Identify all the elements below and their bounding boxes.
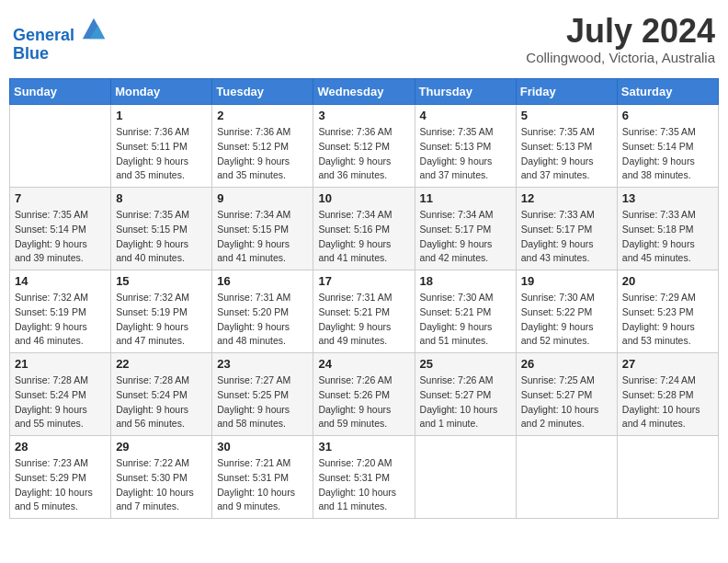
day-info: Sunrise: 7:35 AMSunset: 5:13 PMDaylight:… [521, 125, 612, 183]
day-cell: 3Sunrise: 7:36 AMSunset: 5:12 PMDaylight… [313, 105, 415, 188]
day-number: 27 [622, 357, 713, 371]
day-info: Sunrise: 7:36 AMSunset: 5:12 PMDaylight:… [318, 125, 409, 183]
page-header: General Blue July 2024 Collingwood, Vict… [9, 9, 719, 71]
day-info: Sunrise: 7:20 AMSunset: 5:31 PMDaylight:… [318, 456, 409, 514]
day-cell: 5Sunrise: 7:35 AMSunset: 5:13 PMDaylight… [516, 105, 617, 188]
day-cell: 12Sunrise: 7:33 AMSunset: 5:17 PMDayligh… [516, 188, 617, 270]
day-number: 5 [521, 109, 612, 122]
day-number: 21 [15, 357, 106, 371]
col-header-friday: Friday [516, 79, 617, 105]
calendar-header-row: SundayMondayTuesdayWednesdayThursdayFrid… [10, 79, 719, 105]
day-number: 31 [318, 440, 409, 454]
day-info: Sunrise: 7:32 AMSunset: 5:19 PMDaylight:… [116, 291, 207, 349]
day-number: 25 [420, 357, 511, 371]
day-info: Sunrise: 7:30 AMSunset: 5:22 PMDaylight:… [521, 291, 612, 349]
week-row-2: 14Sunrise: 7:32 AMSunset: 5:19 PMDayligh… [10, 270, 719, 353]
day-number: 13 [622, 191, 713, 205]
day-cell: 1Sunrise: 7:36 AMSunset: 5:11 PMDaylight… [111, 105, 212, 188]
day-cell: 2Sunrise: 7:36 AMSunset: 5:12 PMDaylight… [212, 105, 313, 188]
day-cell: 21Sunrise: 7:28 AMSunset: 5:24 PMDayligh… [10, 353, 111, 436]
day-cell: 15Sunrise: 7:32 AMSunset: 5:19 PMDayligh… [111, 270, 212, 353]
day-info: Sunrise: 7:34 AMSunset: 5:16 PMDaylight:… [318, 208, 409, 266]
week-row-4: 28Sunrise: 7:23 AMSunset: 5:29 PMDayligh… [10, 436, 719, 519]
day-cell: 13Sunrise: 7:33 AMSunset: 5:18 PMDayligh… [617, 188, 718, 270]
location-title: Collingwood, Victoria, Australia [526, 50, 715, 65]
week-row-0: 1Sunrise: 7:36 AMSunset: 5:11 PMDaylight… [10, 105, 719, 188]
day-info: Sunrise: 7:23 AMSunset: 5:29 PMDaylight:… [15, 456, 106, 514]
day-cell: 19Sunrise: 7:30 AMSunset: 5:22 PMDayligh… [516, 270, 617, 353]
day-info: Sunrise: 7:35 AMSunset: 5:13 PMDaylight:… [420, 125, 511, 183]
logo-text: General [13, 15, 107, 45]
week-row-3: 21Sunrise: 7:28 AMSunset: 5:24 PMDayligh… [10, 353, 719, 436]
day-number: 4 [420, 109, 511, 122]
col-header-wednesday: Wednesday [313, 79, 415, 105]
day-number: 8 [116, 191, 207, 205]
day-cell: 7Sunrise: 7:35 AMSunset: 5:14 PMDaylight… [10, 188, 111, 270]
day-number: 7 [15, 191, 106, 205]
day-info: Sunrise: 7:21 AMSunset: 5:31 PMDaylight:… [217, 456, 308, 514]
day-number: 2 [217, 109, 308, 122]
logo-icon [81, 15, 107, 40]
day-number: 12 [521, 191, 612, 205]
day-info: Sunrise: 7:26 AMSunset: 5:26 PMDaylight:… [318, 373, 409, 431]
day-info: Sunrise: 7:32 AMSunset: 5:19 PMDaylight:… [15, 291, 106, 349]
col-header-saturday: Saturday [617, 79, 718, 105]
day-cell: 18Sunrise: 7:30 AMSunset: 5:21 PMDayligh… [415, 270, 516, 353]
week-row-1: 7Sunrise: 7:35 AMSunset: 5:14 PMDaylight… [10, 188, 719, 270]
day-cell: 25Sunrise: 7:26 AMSunset: 5:27 PMDayligh… [415, 353, 516, 436]
day-number: 28 [15, 440, 106, 454]
day-info: Sunrise: 7:30 AMSunset: 5:21 PMDaylight:… [420, 291, 511, 349]
day-number: 9 [217, 191, 308, 205]
day-info: Sunrise: 7:28 AMSunset: 5:24 PMDaylight:… [15, 373, 106, 431]
day-number: 14 [15, 274, 106, 288]
day-cell: 9Sunrise: 7:34 AMSunset: 5:15 PMDaylight… [212, 188, 313, 270]
day-cell: 11Sunrise: 7:34 AMSunset: 5:17 PMDayligh… [415, 188, 516, 270]
day-number: 3 [318, 109, 409, 122]
day-cell: 4Sunrise: 7:35 AMSunset: 5:13 PMDaylight… [415, 105, 516, 188]
day-info: Sunrise: 7:35 AMSunset: 5:15 PMDaylight:… [116, 208, 207, 266]
day-info: Sunrise: 7:28 AMSunset: 5:24 PMDaylight:… [116, 373, 207, 431]
day-info: Sunrise: 7:29 AMSunset: 5:23 PMDaylight:… [622, 291, 713, 349]
day-number: 23 [217, 357, 308, 371]
day-cell: 22Sunrise: 7:28 AMSunset: 5:24 PMDayligh… [111, 353, 212, 436]
day-number: 29 [116, 440, 207, 454]
day-info: Sunrise: 7:27 AMSunset: 5:25 PMDaylight:… [217, 373, 308, 431]
col-header-sunday: Sunday [10, 79, 111, 105]
day-cell: 17Sunrise: 7:31 AMSunset: 5:21 PMDayligh… [313, 270, 415, 353]
day-cell: 8Sunrise: 7:35 AMSunset: 5:15 PMDaylight… [111, 188, 212, 270]
day-cell [415, 436, 516, 519]
day-number: 17 [318, 274, 409, 288]
day-info: Sunrise: 7:36 AMSunset: 5:11 PMDaylight:… [116, 125, 207, 183]
day-cell: 28Sunrise: 7:23 AMSunset: 5:29 PMDayligh… [10, 436, 111, 519]
day-number: 1 [116, 109, 207, 122]
day-number: 20 [622, 274, 713, 288]
day-info: Sunrise: 7:31 AMSunset: 5:21 PMDaylight:… [318, 291, 409, 349]
day-number: 18 [420, 274, 511, 288]
month-title: July 2024 [526, 15, 715, 48]
day-info: Sunrise: 7:31 AMSunset: 5:20 PMDaylight:… [217, 291, 308, 349]
day-number: 30 [217, 440, 308, 454]
logo-general: General [13, 26, 74, 44]
col-header-thursday: Thursday [415, 79, 516, 105]
day-info: Sunrise: 7:25 AMSunset: 5:27 PMDaylight:… [521, 373, 612, 431]
day-info: Sunrise: 7:33 AMSunset: 5:17 PMDaylight:… [521, 208, 612, 266]
day-info: Sunrise: 7:35 AMSunset: 5:14 PMDaylight:… [15, 208, 106, 266]
day-info: Sunrise: 7:24 AMSunset: 5:28 PMDaylight:… [622, 373, 713, 431]
day-number: 6 [622, 109, 713, 122]
day-cell: 31Sunrise: 7:20 AMSunset: 5:31 PMDayligh… [313, 436, 415, 519]
day-info: Sunrise: 7:36 AMSunset: 5:12 PMDaylight:… [217, 125, 308, 183]
day-number: 15 [116, 274, 207, 288]
day-number: 22 [116, 357, 207, 371]
day-info: Sunrise: 7:33 AMSunset: 5:18 PMDaylight:… [622, 208, 713, 266]
day-cell: 30Sunrise: 7:21 AMSunset: 5:31 PMDayligh… [212, 436, 313, 519]
day-cell: 10Sunrise: 7:34 AMSunset: 5:16 PMDayligh… [313, 188, 415, 270]
logo: General Blue [13, 15, 107, 63]
day-info: Sunrise: 7:34 AMSunset: 5:15 PMDaylight:… [217, 208, 308, 266]
day-cell [516, 436, 617, 519]
day-number: 26 [521, 357, 612, 371]
col-header-monday: Monday [111, 79, 212, 105]
day-cell: 27Sunrise: 7:24 AMSunset: 5:28 PMDayligh… [617, 353, 718, 436]
day-cell [617, 436, 718, 519]
day-cell: 24Sunrise: 7:26 AMSunset: 5:26 PMDayligh… [313, 353, 415, 436]
day-number: 24 [318, 357, 409, 371]
